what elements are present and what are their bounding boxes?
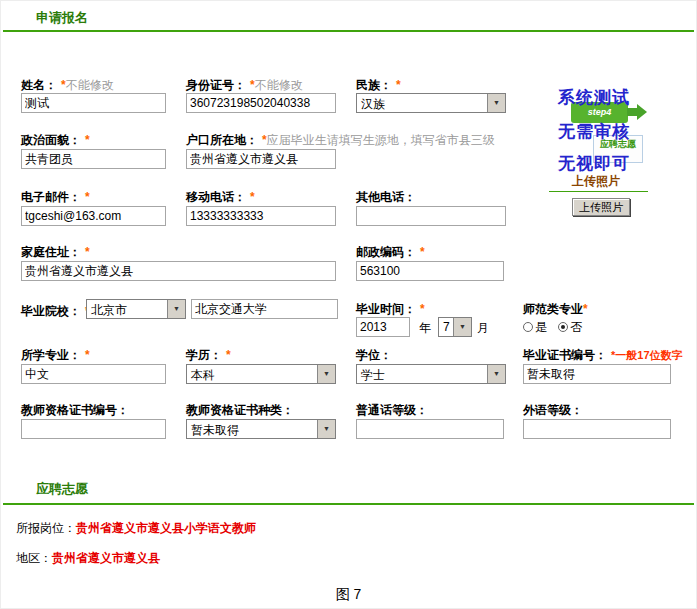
required-marker: * [85,348,90,362]
teacher-cert-number-label-text: 教师资格证书编号： [21,403,129,417]
normal-major-radio-group: 是 否 [523,319,590,336]
position-label: 所报岗位： [16,521,76,535]
chevron-down-icon: ▼ [487,94,505,112]
teacher-cert-number-label: 教师资格证书编号： [21,402,129,419]
education-label-text: 学历： [186,348,222,362]
required-marker: * [85,190,90,204]
major-label: 所学专业：* [21,347,90,364]
education-label: 学历：* [186,347,231,364]
arrow-right-icon [637,104,647,120]
mandarin-level-label: 普通话等级： [356,402,428,419]
id-number-input[interactable] [186,93,336,113]
postal-code-label-text: 邮政编码： [356,245,416,259]
political-status-label: 政治面貌：* [21,132,90,149]
section-divider [3,30,694,32]
application-form-page: 申请报名 姓名：*不能修改 身份证号：*不能修改 民族：* 汉族 ▼ 政治面貌：… [0,0,697,609]
position-row: 所报岗位：贵州省遵义市遵义县小学语文教师 [16,520,256,537]
email-label: 电子邮件：* [21,189,90,206]
graduation-time-label-text: 毕业时间： [356,302,416,316]
region-label: 地区： [16,551,52,565]
home-address-input[interactable] [21,261,336,281]
household-location-label-text: 户口所在地： [186,133,258,147]
mandarin-level-label-text: 普通话等级： [356,403,428,417]
chevron-down-icon: ▼ [317,420,335,438]
graduation-year-input[interactable] [356,317,410,337]
graduate-city-select[interactable]: 北京市 ▼ [86,299,186,319]
graduation-month-select[interactable]: 7 ▼ [438,317,472,337]
education-select[interactable]: 本科 ▼ [186,364,336,384]
normal-major-no-radio[interactable]: 否 [558,320,582,334]
foreign-language-level-label: 外语等级： [523,402,583,419]
graduate-school-label: 毕业院校：* [21,303,90,320]
ethnicity-select-value: 汉族 [361,96,385,113]
photo-caption: 上传照片 [572,173,620,190]
other-phone-label: 其他电话： [356,189,416,206]
other-phone-input[interactable] [356,206,506,226]
ethnicity-select[interactable]: 汉族 ▼ [356,93,506,113]
watermark-line2: 无需审核 [558,120,630,143]
graduation-time-label: 毕业时间：* [356,301,425,318]
upload-photo-button[interactable]: 上传照片 [572,198,630,216]
email-input[interactable] [21,206,166,226]
normal-major-yes-label: 是 [535,320,547,334]
graduate-school-input[interactable] [191,299,338,319]
teacher-cert-number-input[interactable] [21,419,166,439]
major-input[interactable] [21,364,166,384]
mobile-label: 移动电话：* [186,189,255,206]
foreign-language-level-label-text: 外语等级： [523,403,583,417]
month-unit-label: 月 [477,320,489,337]
mandarin-level-input[interactable] [356,419,504,439]
section-divider [3,503,694,505]
postal-code-input[interactable] [356,261,504,281]
graduation-month-select-value: 7 [443,320,450,334]
required-marker: * [250,190,255,204]
normal-major-label-text: 师范类专业 [523,302,583,316]
id-number-label: 身份证号：*不能修改 [186,77,303,94]
id-number-label-text: 身份证号： [186,78,246,92]
region-value: 贵州省遵义市遵义县 [52,551,160,565]
normal-major-yes-radio[interactable]: 是 [523,320,547,334]
required-marker: * [226,348,231,362]
household-location-hint: 应届毕业生请填写生源地，填写省市县三级 [267,133,495,147]
household-location-label: 户口所在地：*应届毕业生请填写生源地，填写省市县三级 [186,132,495,149]
graduate-school-label-text: 毕业院校： [21,304,81,318]
photo-divider [549,191,648,192]
ethnicity-label: 民族：* [356,77,401,94]
teacher-cert-type-label: 教师资格证书种类： [186,402,294,419]
mobile-input[interactable] [186,206,336,226]
required-marker: * [396,78,401,92]
graduate-city-select-value: 北京市 [91,302,127,319]
foreign-language-level-input[interactable] [523,419,671,439]
name-input[interactable] [21,93,166,113]
required-marker: * [85,133,90,147]
degree-select-value: 学士 [361,367,385,384]
watermark-line3: 无视即可 [558,152,630,175]
degree-select[interactable]: 学士 ▼ [356,364,506,384]
political-status-input[interactable] [21,149,166,169]
position-value: 贵州省遵义市遵义县小学语文教师 [76,521,256,535]
chevron-down-icon: ▼ [487,365,505,383]
required-marker: * [85,245,90,259]
diploma-number-input[interactable] [523,364,671,384]
home-address-label: 家庭住址：* [21,244,90,261]
postal-code-label: 邮政编码：* [356,244,425,261]
name-note: 不能修改 [66,78,114,92]
section-title-apply: 申请报名 [36,9,88,27]
email-label-text: 电子邮件： [21,190,81,204]
political-status-label-text: 政治面貌： [21,133,81,147]
year-unit-label: 年 [419,320,431,337]
home-address-label-text: 家庭住址： [21,245,81,259]
household-location-input[interactable] [186,149,336,169]
region-row: 地区：贵州省遵义市遵义县 [16,550,160,567]
education-select-value: 本科 [191,367,215,384]
diploma-number-label: 毕业证书编号：*一般17位数字 [523,347,683,364]
teacher-cert-type-select-value: 暂未取得 [191,422,239,439]
diploma-number-hint: *一般17位数字 [611,349,683,361]
teacher-cert-type-select[interactable]: 暂未取得 ▼ [186,419,336,439]
other-phone-label-text: 其他电话： [356,190,416,204]
required-marker: * [420,245,425,259]
diploma-number-label-text: 毕业证书编号： [523,348,607,362]
teacher-cert-type-label-text: 教师资格证书种类： [186,403,294,417]
watermark-line1: 系统测试 [558,86,630,109]
arrow-right-icon [627,108,637,116]
